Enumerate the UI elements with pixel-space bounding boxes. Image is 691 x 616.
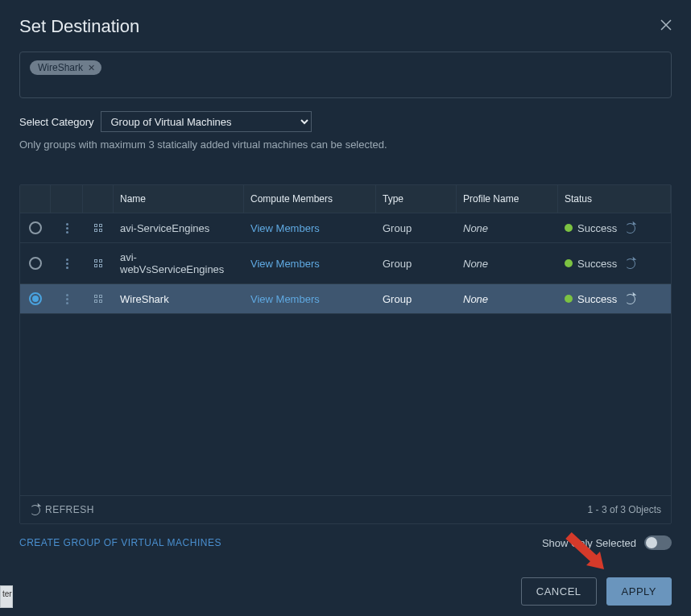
th-compute[interactable]: Compute Members xyxy=(244,185,376,213)
category-helper: Only groups with maximum 3 statically ad… xyxy=(19,138,672,151)
status-dot-icon xyxy=(565,295,573,303)
pagination-count: 1 - 3 of 3 Objects xyxy=(588,504,661,515)
cell-status: Success xyxy=(558,213,671,242)
row-radio[interactable] xyxy=(29,257,42,270)
group-icon xyxy=(94,295,102,303)
group-icon xyxy=(94,259,102,267)
refresh-icon[interactable] xyxy=(625,294,635,304)
row-radio[interactable] xyxy=(29,292,42,305)
view-members-link[interactable]: View Members xyxy=(250,293,320,305)
cell-name: WireShark xyxy=(114,284,244,313)
cell-status: Success xyxy=(558,284,671,313)
cell-status: Success xyxy=(558,243,671,283)
table-footer: REFRESH 1 - 3 of 3 Objects xyxy=(20,495,671,523)
category-row: Select Category Group of Virtual Machine… xyxy=(19,111,672,132)
kebab-menu-icon[interactable] xyxy=(66,258,68,269)
below-table-row: CREATE GROUP OF VIRTUAL MACHINES Show On… xyxy=(19,535,672,550)
show-only-toggle[interactable] xyxy=(644,535,672,550)
table-row[interactable]: avi-webVsServiceEngines View Members Gro… xyxy=(20,243,671,284)
row-radio[interactable] xyxy=(29,221,42,234)
close-icon[interactable] xyxy=(660,19,672,34)
cell-type: Group xyxy=(376,243,457,283)
cell-name: avi-webVsServiceEngines xyxy=(114,243,244,283)
view-members-link[interactable]: View Members xyxy=(250,222,320,234)
table-row[interactable]: avi-ServiceEngines View Members Group No… xyxy=(20,213,671,243)
cell-type: Group xyxy=(376,284,457,313)
th-profile[interactable]: Profile Name xyxy=(457,185,558,213)
cell-profile: None xyxy=(457,284,558,313)
chip-wireshark[interactable]: WireShark ✕ xyxy=(30,60,101,75)
show-only-selected: Show Only Selected xyxy=(542,535,672,550)
th-name[interactable]: Name xyxy=(114,185,244,213)
status-dot-icon xyxy=(565,259,573,267)
th-icon xyxy=(83,185,114,213)
create-group-link[interactable]: CREATE GROUP OF VIRTUAL MACHINES xyxy=(19,537,221,548)
category-label: Select Category xyxy=(19,116,94,128)
th-type[interactable]: Type xyxy=(376,185,457,213)
group-icon xyxy=(94,224,102,232)
chip-remove-icon[interactable]: ✕ xyxy=(88,63,95,73)
table-body: avi-ServiceEngines View Members Group No… xyxy=(20,213,671,495)
cancel-button[interactable]: CANCEL xyxy=(521,577,597,606)
refresh-button[interactable]: REFRESH xyxy=(30,504,94,515)
view-members-link[interactable]: View Members xyxy=(250,258,320,270)
offscreen-stub: ter xyxy=(0,585,13,608)
cell-profile: None xyxy=(457,213,558,242)
dialog-footer: CANCEL APPLY xyxy=(19,577,672,606)
destination-chip-field[interactable]: WireShark ✕ xyxy=(19,52,672,98)
refresh-icon[interactable] xyxy=(625,258,635,269)
cell-profile: None xyxy=(457,243,558,283)
refresh-icon[interactable] xyxy=(625,223,635,234)
apply-button[interactable]: APPLY xyxy=(606,577,672,606)
th-status[interactable]: Status xyxy=(558,185,671,213)
cell-name: avi-ServiceEngines xyxy=(114,213,244,242)
table-header: Name Compute Members Type Profile Name S… xyxy=(20,185,671,213)
set-destination-dialog: Set Destination WireShark ✕ Select Categ… xyxy=(0,0,691,616)
refresh-icon xyxy=(30,505,40,515)
kebab-menu-icon[interactable] xyxy=(66,294,68,304)
th-menu xyxy=(51,185,83,213)
status-dot-icon xyxy=(565,224,573,232)
dialog-header: Set Destination xyxy=(19,16,672,37)
th-select xyxy=(20,185,51,213)
cell-type: Group xyxy=(376,213,457,242)
dialog-title: Set Destination xyxy=(19,16,139,37)
groups-table: Name Compute Members Type Profile Name S… xyxy=(19,184,672,524)
table-row[interactable]: WireShark View Members Group None Succes… xyxy=(20,284,671,314)
kebab-menu-icon[interactable] xyxy=(66,223,68,234)
category-select[interactable]: Group of Virtual Machines xyxy=(101,111,312,132)
chip-label: WireShark xyxy=(38,62,83,73)
